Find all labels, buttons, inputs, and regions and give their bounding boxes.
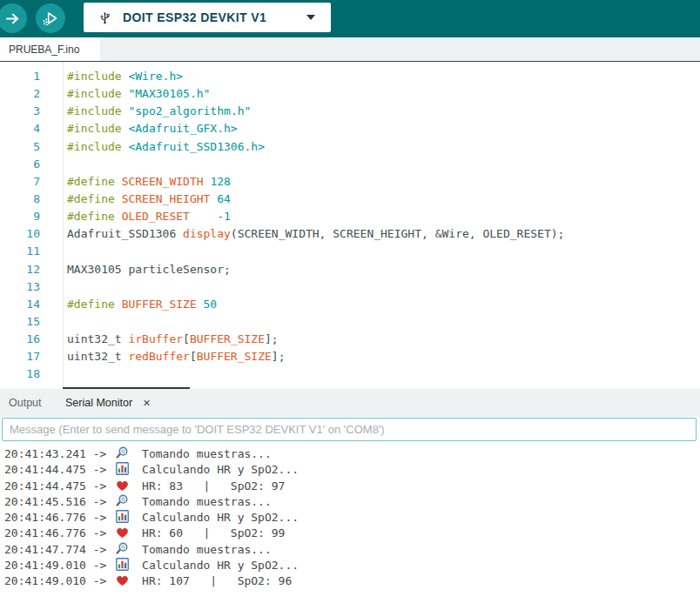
line-number: 12 xyxy=(0,261,40,278)
chart-icon xyxy=(116,510,129,527)
code-editor[interactable]: 1#include <Wire.h>2#include "MAX30105.h"… xyxy=(0,62,700,389)
magnifier-icon xyxy=(116,446,129,464)
panel-tab-bar: Output Serial Monitor × xyxy=(0,389,700,417)
serial-message-text: Tomando muestras... xyxy=(135,447,272,460)
serial-timestamp: 20:41:44.475 -> xyxy=(4,479,113,492)
code-text: #define OLED_RESET -1 xyxy=(67,210,231,223)
serial-message-text: HR: 60 | SpO2: 99 xyxy=(135,526,285,539)
line-number: 14 xyxy=(0,296,40,313)
indent-guide xyxy=(63,62,64,389)
magnifier-icon xyxy=(116,542,129,559)
serial-timestamp: 20:41:49.010 -> xyxy=(4,574,113,587)
code-line: 5#include <Adafruit_SSD1306.h> xyxy=(0,138,700,156)
code-lines: 1#include <Wire.h>2#include "MAX30105.h"… xyxy=(0,62,700,384)
debug-play-gear-icon xyxy=(41,9,60,28)
code-line: 17uint32_t redBuffer[BUFFER_SIZE]; xyxy=(0,348,700,365)
serial-line: 20:41:46.776 -> HR: 60 | SpO2: 99 xyxy=(4,526,700,541)
serial-message-text: Calculando HR y SpO2... xyxy=(135,463,299,476)
code-text: #define BUFFER_SIZE 50 xyxy=(67,298,217,311)
code-line: 1#include <Wire.h> xyxy=(0,68,700,85)
close-icon[interactable]: × xyxy=(143,396,150,410)
code-line: 13 xyxy=(0,278,700,296)
serial-message-input[interactable] xyxy=(2,418,697,441)
code-text: uint32_t irBuffer[BUFFER_SIZE]; xyxy=(67,332,279,345)
line-number: 7 xyxy=(0,173,40,191)
line-number: 3 xyxy=(0,103,40,120)
code-line: 11 xyxy=(0,243,700,260)
code-line: 16uint32_t irBuffer[BUFFER_SIZE]; xyxy=(0,331,700,348)
code-line: 18 xyxy=(0,365,700,383)
code-text: #include "spo2_algorithm.h" xyxy=(67,104,251,117)
debug-button[interactable] xyxy=(36,3,65,33)
code-text: #include <Wire.h> xyxy=(67,70,183,83)
line-number: 8 xyxy=(0,191,40,208)
serial-output[interactable]: 20:41:43.241 -> Tomando muestras...20:41… xyxy=(0,444,700,603)
serial-line: 20:41:49.010 -> HR: 107 | SpO2: 96 xyxy=(4,573,700,589)
serial-message-text: Calculando HR y SpO2... xyxy=(135,559,299,572)
serial-line: 20:41:43.241 -> Tomando muestras... xyxy=(4,446,700,462)
code-line: 14#define BUFFER_SIZE 50 xyxy=(0,296,700,313)
code-line: 2#include "MAX30105.h" xyxy=(0,85,700,103)
line-number: 9 xyxy=(0,208,40,225)
tab-output[interactable]: Output xyxy=(9,389,42,417)
serial-message-text: Tomando muestras... xyxy=(135,543,272,556)
chart-icon xyxy=(116,558,129,575)
line-number: 10 xyxy=(0,225,40,243)
serial-line: 20:41:44.475 -> HR: 83 | SpO2: 97 xyxy=(4,479,700,494)
code-line: 15 xyxy=(0,313,700,331)
arrow-right-icon xyxy=(3,10,22,28)
serial-monitor-tab-label: Serial Monitor xyxy=(65,397,132,409)
editor-tab-bar: PRUEBA_F.ino xyxy=(0,37,700,61)
code-line: 3#include "spo2_algorithm.h" xyxy=(0,103,700,120)
code-text: uint32_t redBuffer[BUFFER_SIZE]; xyxy=(67,350,285,363)
tab-serial-monitor[interactable]: Serial Monitor × xyxy=(65,389,151,417)
chevron-down-icon xyxy=(306,15,315,20)
code-text: #include "MAX30105.h" xyxy=(67,87,210,100)
magnifier-icon xyxy=(116,494,129,512)
serial-timestamp: 20:41:47.774 -> xyxy=(4,543,113,556)
board-label: DOIT ESP32 DEVKIT V1 xyxy=(123,10,266,24)
line-number: 6 xyxy=(0,156,40,173)
code-text: #include <Adafruit_GFX.h> xyxy=(67,122,238,135)
code-line: 4#include <Adafruit_GFX.h> xyxy=(0,120,700,137)
serial-message-row xyxy=(0,417,700,444)
serial-timestamp: 20:41:43.241 -> xyxy=(4,447,113,460)
line-number: 18 xyxy=(0,365,40,383)
code-line: 12MAX30105 particleSensor; xyxy=(0,261,700,278)
code-text: #define SCREEN_HEIGHT 64 xyxy=(67,192,231,205)
code-text: MAX30105 particleSensor; xyxy=(67,263,231,276)
board-selector[interactable]: DOIT ESP32 DEVKIT V1 xyxy=(84,3,331,32)
toolbar: DOIT ESP32 DEVKIT V1 xyxy=(0,0,700,37)
serial-timestamp: 20:41:49.010 -> xyxy=(4,559,113,572)
line-number: 17 xyxy=(0,348,40,365)
arduino-ide-window: DOIT ESP32 DEVKIT V1 PRUEBA_F.ino 1#incl… xyxy=(0,0,700,603)
serial-line: 20:41:45.516 -> Tomando muestras... xyxy=(4,494,700,510)
serial-timestamp: 20:41:44.475 -> xyxy=(4,463,113,476)
chart-icon xyxy=(116,462,129,479)
code-text: Adafruit_SSD1306 display(SCREEN_WIDTH, S… xyxy=(67,227,564,240)
code-line: 9#define OLED_RESET -1 xyxy=(0,208,700,225)
code-line: 10Adafruit_SSD1306 display(SCREEN_WIDTH,… xyxy=(0,225,700,243)
code-line: 7#define SCREEN_WIDTH 128 xyxy=(0,173,700,191)
serial-line: 20:41:49.010 -> Calculando HR y SpO2... xyxy=(4,558,700,573)
tab-sketch[interactable]: PRUEBA_F.ino xyxy=(0,37,100,61)
serial-timestamp: 20:41:46.776 -> xyxy=(4,526,113,539)
line-number: 13 xyxy=(0,278,40,296)
serial-line: 20:41:44.475 -> Calculando HR y SpO2... xyxy=(4,462,700,478)
line-number: 5 xyxy=(0,138,40,156)
serial-timestamp: 20:41:46.776 -> xyxy=(4,511,113,524)
upload-button[interactable] xyxy=(0,3,27,33)
line-number: 1 xyxy=(0,68,40,85)
line-number: 15 xyxy=(0,313,40,331)
line-number: 16 xyxy=(0,331,40,348)
line-number: 2 xyxy=(0,85,40,103)
code-text: #define SCREEN_WIDTH 128 xyxy=(67,175,231,188)
line-number: 11 xyxy=(0,243,40,260)
serial-message-text: HR: 107 | SpO2: 96 xyxy=(135,574,292,587)
serial-line: 20:41:46.776 -> Calculando HR y SpO2... xyxy=(4,510,700,526)
serial-message-text: Calculando HR y SpO2... xyxy=(135,511,299,524)
usb-icon xyxy=(98,10,112,25)
code-text: #include <Adafruit_SSD1306.h> xyxy=(67,140,265,153)
serial-message-text: Tomando muestras... xyxy=(135,495,272,508)
sketch-tab-label: PRUEBA_F.ino xyxy=(9,44,79,56)
